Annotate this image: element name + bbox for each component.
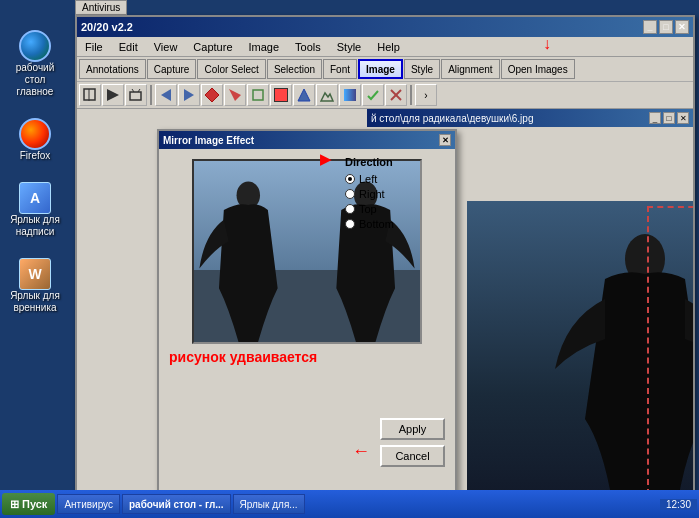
desktop-icon-4[interactable]: W Ярлык длявренника — [5, 258, 65, 314]
radio-bottom-label: Bottom — [359, 218, 394, 230]
tool-btn-7[interactable] — [316, 84, 338, 106]
red-color-icon — [274, 88, 288, 102]
globe-icon — [19, 30, 51, 62]
stretch-icon — [251, 88, 265, 102]
start-label: Пуск — [22, 498, 47, 510]
image-maximize-btn[interactable]: □ — [663, 112, 675, 124]
tab-selection[interactable]: Selection — [267, 59, 322, 79]
arrow-image-tab: ↓ — [543, 35, 551, 53]
content-area: й стол\для радикала\девушки\6.jpg _ □ ✕ … — [77, 109, 693, 503]
tool-btn-triangle-left[interactable] — [155, 84, 177, 106]
icon-label-1: рабочий столглавное — [5, 62, 65, 98]
flip-icon — [106, 88, 120, 102]
separator-1 — [150, 85, 152, 105]
radio-right[interactable] — [345, 189, 355, 199]
close-button[interactable]: ✕ — [675, 20, 689, 34]
svg-marker-6 — [161, 89, 171, 101]
radio-bottom[interactable] — [345, 219, 355, 229]
image-window-title: й стол\для радикала\девушки\6.jpg — [371, 113, 533, 124]
radio-top[interactable] — [345, 204, 355, 214]
radio-bottom-option[interactable]: Bottom — [345, 218, 445, 230]
menu-help[interactable]: Help — [373, 40, 404, 54]
tool-btn-11[interactable]: › — [415, 84, 437, 106]
tool-btn-8[interactable] — [339, 84, 361, 106]
maximize-button[interactable]: □ — [659, 20, 673, 34]
radio-left[interactable] — [345, 174, 355, 184]
menu-style[interactable]: Style — [333, 40, 365, 54]
image-minimize-btn[interactable]: _ — [649, 112, 661, 124]
dialog-title-bar: Mirror Image Effect ✕ — [159, 131, 455, 149]
tab-alignment[interactable]: Alignment — [441, 59, 499, 79]
app-icon-3: A — [19, 182, 51, 214]
start-button[interactable]: ⊞ Пуск — [2, 493, 55, 515]
desktop-icon-1[interactable]: рабочий столглавное — [5, 30, 65, 98]
taskbar-item-2[interactable]: Ярлык для... — [233, 494, 305, 514]
menu-view[interactable]: View — [150, 40, 182, 54]
svg-marker-9 — [229, 89, 241, 101]
tool-btn-triangle-right[interactable] — [178, 84, 200, 106]
tab-style[interactable]: Style — [404, 59, 440, 79]
tool-btn-color-1[interactable] — [270, 84, 292, 106]
menu-capture[interactable]: Capture — [189, 40, 236, 54]
tool-btn-1[interactable] — [79, 84, 101, 106]
direction-group: ▶ Direction Left Right Top — [345, 156, 445, 233]
tool-btn-diamond[interactable] — [201, 84, 223, 106]
icon-label-3: Ярлык длянадписи — [10, 214, 60, 238]
tab-annotations[interactable]: Annotations — [79, 59, 146, 79]
checkmark-icon — [366, 88, 380, 102]
tool-btn-3[interactable] — [125, 84, 147, 106]
toolbar-row-tools: › — [77, 82, 693, 108]
tool-btn-10[interactable] — [385, 84, 407, 106]
menu-bar: File Edit View Capture Image Tools Style… — [77, 37, 693, 57]
radio-right-label: Right — [359, 188, 385, 200]
image-sub-title-bar: й стол\для радикала\девушки\6.jpg _ □ ✕ — [367, 109, 693, 127]
radio-top-label: Top — [359, 203, 377, 215]
image-close-btn[interactable]: ✕ — [677, 112, 689, 124]
tool-btn-9[interactable] — [362, 84, 384, 106]
dialog-action-buttons: Apply Cancel — [380, 418, 445, 467]
tab-open-images[interactable]: Open Images — [501, 59, 575, 79]
apply-button[interactable]: Apply — [380, 418, 445, 440]
tab-capture[interactable]: Capture — [147, 59, 197, 79]
menu-tools[interactable]: Tools — [291, 40, 325, 54]
image-window-buttons: _ □ ✕ — [649, 112, 689, 124]
tool-btn-5[interactable] — [247, 84, 269, 106]
toolbar-area: Annotations Capture Color Select Selecti… — [77, 57, 693, 109]
tab-image[interactable]: Image — [358, 59, 403, 79]
russian-annotation: рисунок удваивается — [169, 349, 445, 365]
mountain-icon — [320, 88, 334, 102]
svg-marker-8 — [205, 88, 219, 102]
tab-font[interactable]: Font — [323, 59, 357, 79]
taskbar: ⊞ Пуск Антивирус рабочий стол - гл... Яр… — [0, 490, 699, 518]
desktop-icon-3[interactable]: A Ярлык длянадписи — [5, 182, 65, 238]
minimize-button[interactable]: _ — [643, 20, 657, 34]
menu-image[interactable]: Image — [245, 40, 284, 54]
radio-right-option[interactable]: Right — [345, 188, 445, 200]
tray-time: 12:30 — [666, 499, 691, 510]
resize-icon — [129, 88, 143, 102]
cancel-label: Cancel — [395, 450, 429, 462]
tool-btn-6[interactable] — [293, 84, 315, 106]
tool-btn-2[interactable] — [102, 84, 124, 106]
svg-marker-2 — [107, 89, 119, 101]
start-icon: ⊞ — [10, 498, 19, 511]
svg-rect-10 — [253, 90, 263, 100]
selection-rectangle — [647, 206, 693, 503]
app-icon-4: W — [19, 258, 51, 290]
title-bar-buttons: _ □ ✕ — [643, 20, 689, 34]
taskbar-item-main[interactable]: рабочий стол - гл... — [122, 494, 231, 514]
tool-btn-4[interactable] — [224, 84, 246, 106]
radio-left-option[interactable]: Left — [345, 173, 445, 185]
icon-label-firefox: Firefox — [20, 150, 51, 162]
menu-edit[interactable]: Edit — [115, 40, 142, 54]
triangle-left-icon — [158, 87, 174, 103]
tab-color-select[interactable]: Color Select — [197, 59, 265, 79]
svg-marker-7 — [184, 89, 194, 101]
cancel-button[interactable]: Cancel — [380, 445, 445, 467]
taskbar-item-antivirus[interactable]: Антивирус — [57, 494, 120, 514]
desktop-icon-firefox[interactable]: Firefox — [5, 118, 65, 162]
menu-file[interactable]: File — [81, 40, 107, 54]
dialog-close-button[interactable]: ✕ — [439, 134, 451, 146]
dialog-content: рисунок удваивается ▶ Direction Left Rig… — [159, 149, 455, 503]
radio-top-option[interactable]: Top — [345, 203, 445, 215]
